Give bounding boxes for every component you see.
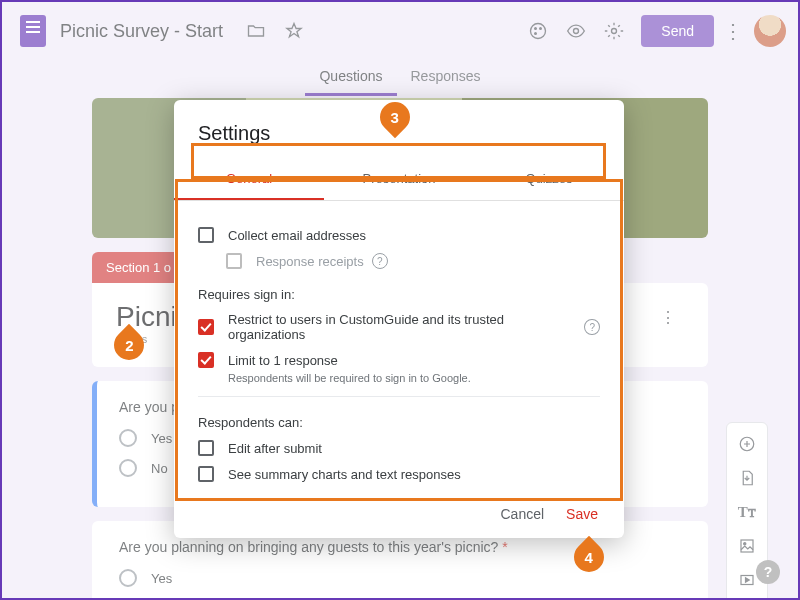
tab-presentation[interactable]: Presentation bbox=[324, 159, 474, 200]
cancel-button[interactable]: Cancel bbox=[500, 506, 544, 522]
checkbox-response-receipts: Response receipts? bbox=[226, 253, 600, 269]
save-button[interactable]: Save bbox=[566, 506, 598, 522]
tab-quizzes[interactable]: Quizzes bbox=[474, 159, 624, 200]
settings-body: Collect email addresses Response receipt… bbox=[174, 201, 624, 496]
section-label: Respondents can: bbox=[198, 415, 600, 430]
help-icon[interactable]: ? bbox=[584, 319, 600, 335]
tab-general[interactable]: General bbox=[174, 159, 324, 200]
checkbox-limit-one[interactable]: Limit to 1 response bbox=[198, 352, 600, 368]
checkbox-edit-after[interactable]: Edit after submit bbox=[198, 440, 600, 456]
settings-dialog: Settings General Presentation Quizzes Co… bbox=[174, 100, 624, 538]
settings-tabs: General Presentation Quizzes bbox=[174, 159, 624, 201]
help-icon[interactable]: ? bbox=[372, 253, 388, 269]
checkbox-restrict-org[interactable]: Restrict to users in CustomGuide and its… bbox=[198, 312, 600, 342]
checkbox-see-summary[interactable]: See summary charts and text responses bbox=[198, 466, 600, 482]
divider bbox=[198, 396, 600, 397]
hint-text: Respondents will be required to sign in … bbox=[228, 372, 600, 384]
section-label: Requires sign in: bbox=[198, 287, 600, 302]
dialog-actions: Cancel Save bbox=[174, 496, 624, 522]
checkbox-collect-email[interactable]: Collect email addresses bbox=[198, 227, 600, 243]
